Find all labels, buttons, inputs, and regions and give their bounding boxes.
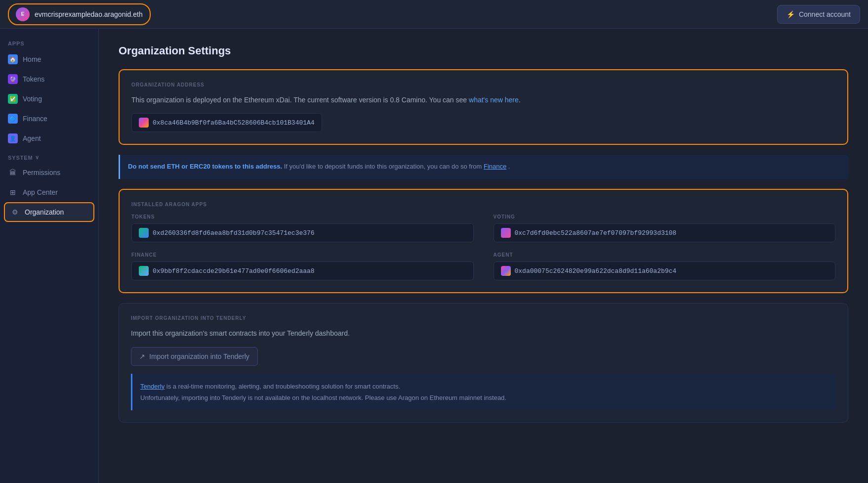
org-name: evmcrisprexampledao.aragonid.eth: [35, 10, 143, 18]
warning-rest-text: If you'd like to deposit funds into this…: [284, 163, 484, 170]
app-tokens-label: TOKENS: [131, 214, 474, 220]
finance-address-icon: [139, 266, 149, 276]
connect-account-button[interactable]: ⚡ Connect account: [777, 5, 860, 24]
tenderly-info-line2: Unfortunately, importing into Tenderly i…: [140, 392, 828, 403]
agent-address-icon: [501, 266, 511, 276]
app-voting-address: 0xc7d6fd0ebc522a8607ae7ef07097bf92993d31…: [515, 229, 677, 237]
permissions-icon: 🏛: [8, 168, 18, 177]
tenderly-info-line1: Tenderly is a real-time monitoring, aler…: [140, 381, 828, 392]
app-entry-voting: VOTING 0xc7d6fd0ebc522a8607ae7ef07097bf9…: [494, 214, 836, 242]
warning-bold-text: Do not send ETH or ERC20 tokens to this …: [128, 163, 282, 170]
sidebar-item-finance[interactable]: 🔷 Finance: [0, 109, 98, 129]
org-address-card: ORGANIZATION ADDRESS This organization i…: [119, 69, 848, 145]
tenderly-info-box: Tenderly is a real-time monitoring, aler…: [131, 374, 836, 411]
app-entry-agent: AGENT 0xda00075c2624820e99a622dca8d9d11a…: [494, 252, 836, 280]
sidebar-item-permissions-label: Permissions: [23, 169, 60, 176]
tenderly-btn-label: Import organization into Tenderly: [149, 352, 249, 360]
page-title: Organization Settings: [119, 44, 848, 57]
org-address-chip: 0x8ca46B4b9Bf0fa6Ba4bC528606B4cb101B3401…: [131, 113, 322, 132]
connect-label: Connect account: [799, 10, 851, 18]
org-avatar: E: [16, 7, 30, 21]
agent-icon: 👤: [8, 133, 18, 143]
main-layout: APPS 🏠 Home 🔮 Tokens ✅ Voting 🔷 Finance …: [0, 29, 868, 483]
sidebar-item-organization-label: Organization: [25, 208, 64, 216]
app-entry-tokens: TOKENS 0xd260336fd8fd6aea8bfd31d0b97c354…: [131, 214, 474, 242]
tenderly-link[interactable]: Tenderly: [140, 383, 165, 390]
app-voting-address-chip: 0xc7d6fd0ebc522a8607ae7ef07097bf92993d31…: [494, 223, 836, 242]
tenderly-section-label: IMPORT ORGANIZATION INTO TENDERLY: [131, 315, 836, 321]
org-address-icon: [139, 118, 149, 128]
sidebar-item-finance-label: Finance: [23, 115, 47, 123]
org-address-value: 0x8ca46B4b9Bf0fa6Ba4bC528606B4cb101B3401…: [153, 119, 315, 127]
app-tokens-address-chip: 0xd260336fd8fd6aea8bfd31d0b97c35471ec3e3…: [131, 223, 474, 242]
warning-period: .: [508, 163, 510, 170]
organization-icon: ⚙: [10, 207, 20, 217]
app-agent-label: AGENT: [494, 252, 836, 258]
sidebar-item-home[interactable]: 🏠 Home: [0, 49, 98, 69]
sidebar-item-voting[interactable]: ✅ Voting: [0, 89, 98, 109]
finance-link[interactable]: Finance: [484, 163, 506, 170]
voting-icon: ✅: [8, 94, 18, 104]
tokens-icon: 🔮: [8, 74, 18, 84]
app-finance-address-chip: 0x9bbf8f2cdaccde29b61e477ad0e0f6606ed2aa…: [131, 262, 474, 280]
app-finance-address: 0x9bbf8f2cdaccde29b61e477ad0e0f6606ed2aa…: [153, 267, 315, 275]
sidebar-item-home-label: Home: [23, 55, 41, 63]
tokens-address-icon: [139, 228, 149, 238]
tenderly-btn-icon: ↗: [139, 352, 145, 360]
finance-icon: 🔷: [8, 114, 18, 124]
sidebar-item-tokens-label: Tokens: [23, 75, 44, 83]
sidebar: APPS 🏠 Home 🔮 Tokens ✅ Voting 🔷 Finance …: [0, 29, 99, 483]
org-address-label: ORGANIZATION ADDRESS: [131, 82, 835, 88]
org-selector[interactable]: E evmcrisprexampledao.aragonid.eth: [8, 3, 151, 25]
app-entry-finance: FINANCE 0x9bbf8f2cdaccde29b61e477ad0e0f6…: [131, 252, 474, 280]
installed-apps-card: INSTALLED ARAGON APPS TOKENS 0xd260336fd…: [119, 189, 848, 293]
app-tokens-address: 0xd260336fd8fd6aea8bfd31d0b97c35471ec3e3…: [153, 229, 315, 237]
system-section-label[interactable]: SYSTEM ∨: [0, 148, 98, 163]
installed-apps-label: INSTALLED ARAGON APPS: [131, 202, 835, 207]
org-deploy-text: This organization is deployed on the Eth…: [131, 94, 835, 105]
app-voting-label: VOTING: [494, 214, 836, 220]
sidebar-item-permissions[interactable]: 🏛 Permissions: [0, 163, 98, 182]
deploy-text-static: This organization is deployed on the Eth…: [131, 96, 469, 104]
tenderly-description: Import this organization's smart contrac…: [131, 328, 836, 339]
import-tenderly-button[interactable]: ↗ Import organization into Tenderly: [131, 347, 258, 366]
voting-address-icon: [501, 228, 511, 238]
tenderly-card: IMPORT ORGANIZATION INTO TENDERLY Import…: [119, 303, 848, 423]
apps-section-label: APPS: [0, 37, 98, 49]
connect-icon: ⚡: [786, 10, 795, 18]
home-icon: 🏠: [8, 54, 18, 64]
sidebar-item-voting-label: Voting: [23, 95, 42, 103]
sidebar-item-appcenter-label: App Center: [23, 188, 58, 196]
sidebar-item-agent-label: Agent: [23, 134, 41, 142]
deploy-period: .: [519, 96, 521, 104]
sidebar-item-tokens[interactable]: 🔮 Tokens: [0, 69, 98, 89]
appcenter-icon: ⊞: [8, 187, 18, 197]
app-agent-address-chip: 0xda00075c2624820e99a622dca8d9d11a60a2b9…: [494, 262, 836, 280]
sidebar-item-organization[interactable]: ⚙ Organization: [4, 202, 94, 222]
content-area: Organization Settings ORGANIZATION ADDRE…: [99, 29, 868, 483]
topbar: E evmcrisprexampledao.aragonid.eth ⚡ Con…: [0, 0, 868, 29]
apps-grid: TOKENS 0xd260336fd8fd6aea8bfd31d0b97c354…: [131, 214, 835, 280]
sidebar-item-appcenter[interactable]: ⊞ App Center: [0, 182, 98, 202]
sidebar-item-agent[interactable]: 👤 Agent: [0, 129, 98, 148]
whats-new-link[interactable]: what's new here: [469, 96, 519, 104]
app-finance-label: FINANCE: [131, 252, 474, 258]
tenderly-info-text1: is a real-time monitoring, alerting, and…: [165, 383, 400, 390]
app-agent-address: 0xda00075c2624820e99a622dca8d9d11a60a2b9…: [515, 267, 677, 275]
system-chevron-icon: ∨: [35, 154, 40, 161]
eth-warning-box: Do not send ETH or ERC20 tokens to this …: [119, 155, 848, 179]
system-label: SYSTEM: [8, 155, 33, 161]
